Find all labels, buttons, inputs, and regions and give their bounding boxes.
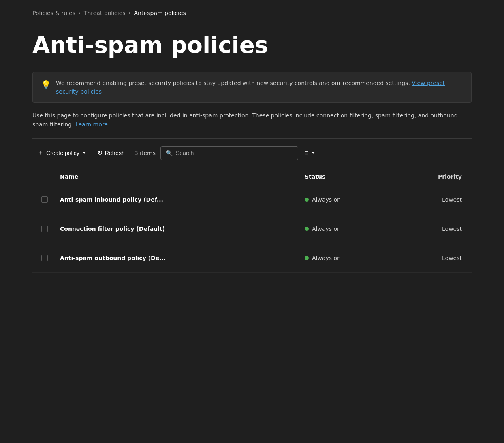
- description-text: Use this page to configure policies that…: [32, 111, 472, 129]
- row-2-name: Connection filter policy (Default): [60, 226, 165, 232]
- col-priority: Priority: [391, 172, 472, 181]
- create-policy-chevron: [83, 152, 86, 154]
- create-policy-label: Create policy: [46, 150, 79, 156]
- search-box[interactable]: 🔍: [160, 146, 298, 160]
- search-icon: 🔍: [166, 150, 173, 156]
- items-count: 3 items: [135, 150, 156, 156]
- table-header: Name Status Priority: [32, 168, 472, 185]
- table-row[interactable]: Connection filter policy (Default) Alway…: [32, 214, 472, 243]
- row-2-checkbox[interactable]: [41, 226, 48, 232]
- row-3-status-cell: Always on: [301, 248, 391, 268]
- breadcrumb-policies-rules[interactable]: Policies & rules: [32, 10, 75, 16]
- table-row[interactable]: Anti-spam outbound policy (De... Always …: [32, 243, 472, 273]
- row-3-name-cell: Anti-spam outbound policy (De...: [57, 247, 301, 268]
- table-row[interactable]: Anti-spam inbound policy (Def... Always …: [32, 185, 472, 214]
- refresh-icon: ↻: [97, 149, 103, 157]
- row-2-status-dot: [305, 227, 309, 231]
- row-1-checkbox-cell: [32, 190, 57, 209]
- row-3-checkbox[interactable]: [41, 255, 48, 261]
- breadcrumb-chevron-2: ›: [129, 10, 131, 16]
- filter-icon: ≡: [305, 149, 308, 157]
- row-2-status: Always on: [312, 226, 341, 232]
- row-2-priority-cell: Lowest: [391, 219, 472, 239]
- breadcrumb: Policies & rules › Threat policies › Ant…: [32, 10, 472, 16]
- row-1-name: Anti-spam inbound policy (Def...: [60, 196, 163, 203]
- row-2-priority: Lowest: [442, 226, 462, 232]
- lightbulb-icon: 💡: [41, 80, 51, 89]
- col-checkbox: [32, 172, 57, 181]
- row-3-checkbox-cell: [32, 248, 57, 268]
- col-name: Name: [57, 172, 301, 181]
- row-3-status: Always on: [312, 255, 341, 261]
- page-title: Anti-spam policies: [32, 32, 472, 58]
- row-1-priority: Lowest: [442, 196, 462, 203]
- breadcrumb-current: Anti-spam policies: [134, 10, 186, 16]
- breadcrumb-chevron-1: ›: [79, 10, 81, 16]
- row-1-status: Always on: [312, 196, 341, 203]
- filter-button[interactable]: ≡: [300, 146, 320, 160]
- table-bottom-border: [32, 273, 472, 273]
- policies-table: Name Status Priority Anti-spam inbound p…: [32, 168, 472, 273]
- row-1-status-dot: [305, 198, 309, 202]
- row-3-name: Anti-spam outbound policy (De...: [60, 255, 166, 261]
- row-1-checkbox[interactable]: [41, 196, 48, 203]
- row-3-status-dot: [305, 256, 309, 260]
- divider: [32, 138, 472, 139]
- row-3-priority-cell: Lowest: [391, 248, 472, 268]
- row-3-priority: Lowest: [442, 255, 462, 261]
- create-policy-button[interactable]: ＋ Create policy: [32, 145, 91, 160]
- plus-icon: ＋: [37, 149, 44, 157]
- learn-more-link[interactable]: Learn more: [75, 121, 108, 128]
- info-banner-text: We recommend enabling preset security po…: [56, 79, 463, 96]
- row-2-checkbox-cell: [32, 219, 57, 239]
- refresh-label: Refresh: [105, 150, 125, 156]
- col-status: Status: [301, 172, 391, 181]
- row-2-status-cell: Always on: [301, 219, 391, 239]
- row-1-status-cell: Always on: [301, 190, 391, 209]
- row-1-priority-cell: Lowest: [391, 190, 472, 209]
- info-banner: 💡 We recommend enabling preset security …: [32, 72, 472, 103]
- row-1-name-cell: Anti-spam inbound policy (Def...: [57, 189, 301, 210]
- row-2-name-cell: Connection filter policy (Default): [57, 218, 301, 239]
- search-input[interactable]: [176, 150, 293, 156]
- filter-chevron: [312, 152, 315, 154]
- toolbar: ＋ Create policy ↻ Refresh 3 items 🔍 ≡: [32, 145, 472, 160]
- refresh-button[interactable]: ↻ Refresh: [92, 146, 130, 160]
- breadcrumb-threat-policies[interactable]: Threat policies: [84, 10, 126, 16]
